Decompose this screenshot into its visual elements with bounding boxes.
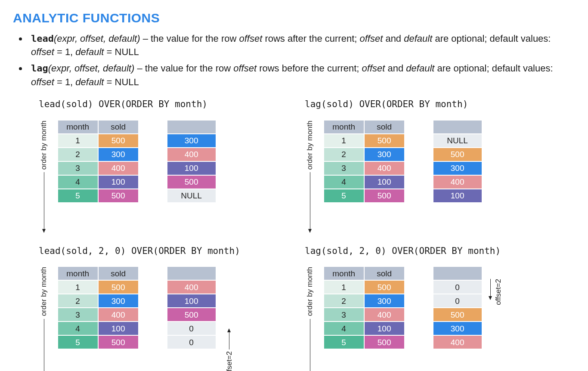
result-cell: 500: [433, 308, 482, 321]
table-row: NULL: [167, 189, 216, 202]
example-title: lead(sold, 2, 0) OVER(ORDER BY month): [39, 244, 300, 257]
sold-cell: 300: [365, 148, 404, 161]
table-row: 500: [167, 176, 216, 189]
table-row: 2300: [58, 148, 138, 161]
table-row: 2300: [58, 294, 138, 307]
table-row: 3400: [58, 308, 138, 321]
result-cell: 0: [433, 281, 482, 294]
sold-cell: 500: [365, 336, 404, 349]
month-cell: 5: [324, 336, 364, 349]
table-row: 300: [433, 162, 482, 175]
table-row: 0: [167, 336, 216, 349]
example: lead(sold, 2, 0) OVER(ORDER BY month)ord…: [39, 244, 300, 371]
sold-cell: 500: [99, 336, 138, 349]
result-cell: 500: [167, 176, 216, 189]
offset-label: offset=2: [493, 279, 504, 305]
result-cell: NULL: [433, 134, 482, 147]
col-header: month: [58, 267, 98, 280]
result-cell: 500: [433, 148, 482, 161]
table-row: 100: [167, 162, 216, 175]
month-cell: 3: [58, 162, 98, 175]
sold-cell: 400: [99, 308, 138, 321]
table-row: 5500: [324, 336, 404, 349]
sold-cell: 400: [99, 162, 138, 175]
result-table: 300400100500NULL: [167, 120, 217, 203]
month-cell: 2: [58, 148, 98, 161]
arrow-up-icon: [229, 329, 229, 349]
table-row: 5500: [58, 336, 138, 349]
result-cell: 400: [433, 336, 482, 349]
table-row: 4100: [58, 322, 138, 335]
month-cell: 3: [324, 308, 364, 321]
order-axis: order by month: [39, 266, 50, 371]
arrow-down-icon: [310, 319, 310, 371]
source-table: monthsold15002300340041005500: [57, 120, 139, 203]
arrow-down-icon: [44, 319, 44, 371]
sold-cell: 100: [99, 322, 138, 335]
result-table: 00500300400: [433, 266, 483, 349]
example-body: order by monthmonthsold15002300340041005…: [305, 120, 566, 232]
order-axis: order by month: [305, 120, 316, 232]
col-header: [167, 267, 216, 280]
sold-cell: 500: [365, 189, 404, 202]
sold-cell: 100: [365, 322, 404, 335]
example: lag(sold) OVER(ORDER BY month)order by m…: [305, 98, 566, 232]
result-cell: 300: [433, 162, 482, 175]
source-table: monthsold15002300340041005500: [323, 120, 405, 203]
example-body: order by monthmonthsold15002300340041005…: [39, 266, 300, 371]
result-cell: 100: [167, 162, 216, 175]
source-table: monthsold15002300340041005500: [323, 266, 405, 349]
table-row: NULL: [433, 134, 482, 147]
fn-args: (expr, offset, default): [48, 63, 135, 74]
result-cell: 400: [167, 281, 216, 294]
sold-cell: 300: [99, 148, 138, 161]
col-header: [433, 121, 482, 133]
col-header: [433, 267, 482, 280]
result-cell: 0: [433, 294, 482, 307]
month-cell: 4: [324, 322, 364, 335]
sold-cell: 100: [365, 176, 404, 189]
table-row: 300: [167, 134, 216, 147]
month-cell: 4: [324, 176, 364, 189]
table-row: 3400: [58, 162, 138, 175]
table-row: 400: [433, 176, 482, 189]
offset-annotation: offset=2: [224, 329, 235, 371]
table-row: 4100: [324, 322, 404, 335]
col-header: month: [58, 121, 98, 133]
month-cell: 5: [324, 189, 364, 202]
table-row: 0: [167, 322, 216, 335]
month-cell: 2: [58, 294, 98, 307]
fn-name: lead: [31, 33, 54, 44]
table-row: 100: [433, 189, 482, 202]
result-cell: 0: [167, 336, 216, 349]
result-cell: 300: [167, 134, 216, 147]
col-header: sold: [365, 267, 404, 280]
sold-cell: 500: [99, 189, 138, 202]
month-cell: 5: [58, 189, 98, 202]
col-header: sold: [99, 121, 138, 133]
month-cell: 2: [324, 148, 364, 161]
col-header: month: [324, 121, 364, 133]
table-row: 500: [167, 308, 216, 321]
examples-grid: lead(sold) OVER(ORDER BY month)order by …: [39, 98, 566, 371]
sold-cell: 500: [365, 134, 404, 147]
table-row: 1500: [324, 281, 404, 294]
table-row: 100: [167, 294, 216, 307]
fn-args: (expr, offset, default): [54, 33, 140, 44]
axis-label: order by month: [39, 267, 50, 316]
col-header: [167, 121, 216, 133]
table-row: 4100: [324, 176, 404, 189]
result-cell: 0: [167, 322, 216, 335]
table-row: 4100: [58, 176, 138, 189]
table-row: 500: [433, 148, 482, 161]
month-cell: 1: [58, 134, 98, 147]
table-row: 400: [167, 281, 216, 294]
arrow-down-icon: [44, 172, 44, 232]
sold-cell: 300: [365, 294, 404, 307]
order-axis: order by month: [39, 120, 50, 232]
month-cell: 2: [324, 294, 364, 307]
table-row: 400: [167, 148, 216, 161]
result-cell: 300: [433, 322, 482, 335]
example-title: lag(sold, 2, 0) OVER(ORDER BY month): [305, 244, 566, 257]
result-cell: NULL: [167, 189, 216, 202]
